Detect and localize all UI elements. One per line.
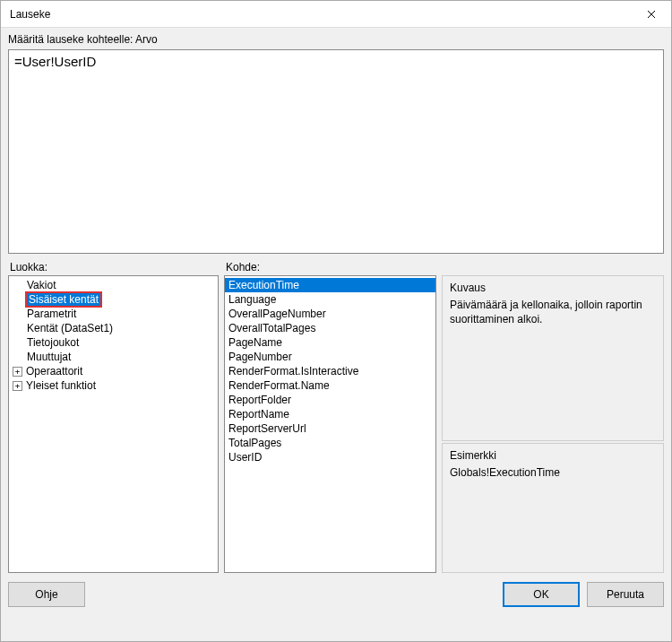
tree-item[interactable]: Parametrit	[9, 307, 218, 321]
item-label: Kohde:	[224, 261, 436, 275]
tree-item[interactable]: +Operaattorit	[9, 364, 218, 378]
tree-item-label: Operaattorit	[24, 365, 84, 377]
expand-icon[interactable]: +	[13, 367, 22, 377]
list-item[interactable]: PageName	[225, 335, 435, 350]
highlight-box: Sisäiset kentät	[25, 291, 102, 308]
ok-button[interactable]: OK	[503, 582, 580, 607]
tree-item[interactable]: Sisäiset kentät	[9, 292, 218, 307]
footer: Ohje OK Peruuta	[8, 582, 664, 607]
list-item[interactable]: Language	[225, 292, 435, 307]
help-button[interactable]: Ohje	[8, 582, 85, 607]
description-panel: Kuvaus Päivämäärä ja kellonaika, jolloin…	[442, 275, 664, 573]
category-list[interactable]: VakiotSisäiset kentätParametritKentät (D…	[8, 275, 219, 573]
list-item[interactable]: RenderFormat.Name	[225, 378, 435, 393]
tree-item-label: Vakiot	[25, 279, 57, 291]
description-box: Kuvaus Päivämäärä ja kellonaika, jolloin…	[442, 275, 664, 441]
columns: Luokka: VakiotSisäiset kentätParametritK…	[8, 261, 664, 573]
instruction-label: Määritä lauseke kohteelle: Arvo	[8, 31, 664, 49]
tree-item-label: Tietojoukot	[25, 336, 81, 349]
item-list[interactable]: ExecutionTimeLanguageOverallPageNumberOv…	[224, 275, 436, 573]
description-spacer	[442, 261, 664, 275]
list-item[interactable]: TotalPages	[225, 436, 435, 450]
list-item[interactable]: ReportFolder	[225, 393, 435, 407]
category-column: Luokka: VakiotSisäiset kentätParametritK…	[8, 261, 219, 573]
tree-item[interactable]: Vakiot	[9, 278, 218, 292]
list-item[interactable]: UserID	[225, 450, 435, 464]
list-item[interactable]: ReportName	[225, 407, 435, 421]
content-area: Määritä lauseke kohteelle: Arvo Luokka: …	[1, 28, 671, 641]
description-title: Kuvaus	[450, 282, 656, 294]
list-item[interactable]: OverallTotalPages	[225, 321, 435, 335]
example-title: Esimerkki	[450, 449, 656, 462]
tree-item[interactable]: +Yleiset funktiot	[9, 378, 218, 393]
close-button[interactable]	[631, 1, 671, 28]
list-item[interactable]: OverallPageNumber	[225, 307, 435, 321]
item-column: Kohde: ExecutionTimeLanguageOverallPageN…	[224, 261, 436, 573]
description-text: Päivämäärä ja kellonaika, jolloin raport…	[450, 298, 656, 326]
tree-item-label: Yleiset funktiot	[24, 379, 98, 392]
list-item[interactable]: ExecutionTime	[225, 278, 435, 292]
description-column: Kuvaus Päivämäärä ja kellonaika, jolloin…	[442, 261, 664, 573]
tree-item-label: Parametrit	[25, 308, 78, 320]
tree-item[interactable]: Kentät (DataSet1)	[9, 321, 218, 335]
list-item[interactable]: ReportServerUrl	[225, 421, 435, 436]
example-text: Globals!ExecutionTime	[450, 465, 656, 480]
list-item[interactable]: PageNumber	[225, 350, 435, 364]
list-item[interactable]: RenderFormat.IsInteractive	[225, 364, 435, 378]
tree-item[interactable]: Muuttujat	[9, 350, 218, 364]
tree-item-label: Muuttujat	[25, 351, 73, 363]
tree-item-label: Kentät (DataSet1)	[25, 322, 115, 334]
tree-item-label: Sisäiset kentät	[27, 293, 100, 306]
tree-item[interactable]: Tietojoukot	[9, 335, 218, 350]
cancel-button[interactable]: Peruuta	[587, 582, 664, 607]
close-icon	[647, 10, 656, 19]
expand-icon[interactable]: +	[13, 381, 22, 391]
titlebar: Lauseke	[1, 1, 671, 28]
example-box: Esimerkki Globals!ExecutionTime	[442, 443, 664, 573]
window-title: Lauseke	[10, 8, 631, 21]
expression-input[interactable]	[8, 49, 664, 254]
category-label: Luokka:	[8, 261, 219, 275]
